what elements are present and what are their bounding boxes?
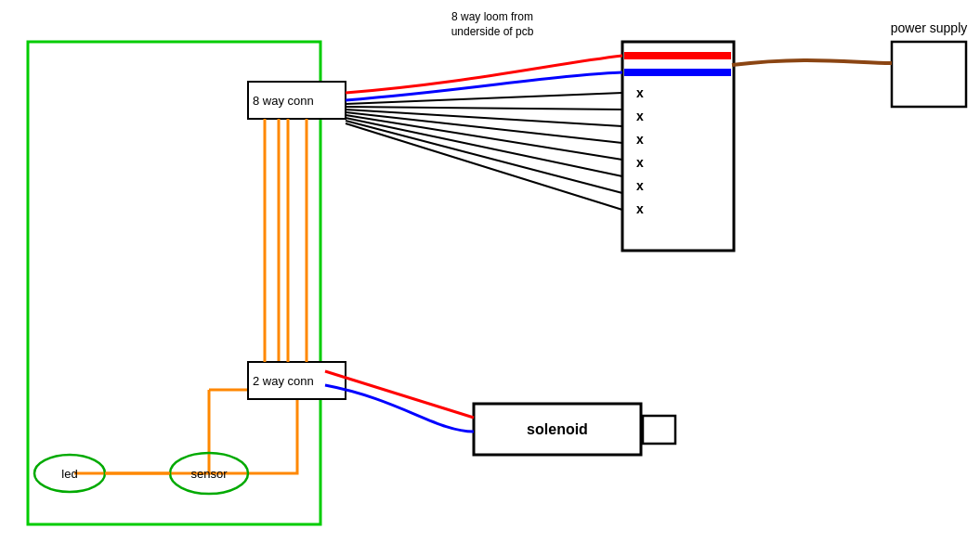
wiring-diagram — [0, 0, 980, 555]
